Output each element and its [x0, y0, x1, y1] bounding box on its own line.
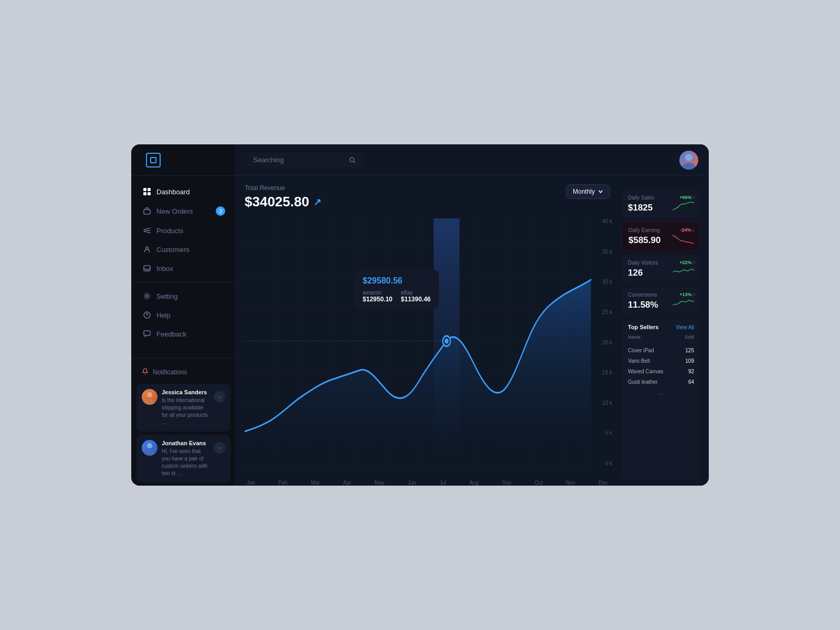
jonathan-arrow-icon[interactable]: › [214, 442, 225, 454]
bell-icon [142, 368, 149, 376]
seller-name-3: Waxed Canvas [628, 369, 663, 374]
daily-sales-badge-text: +66% [679, 195, 691, 200]
col-sold: Sold [685, 334, 694, 340]
jonathan-text: Hi, I've seen that you have a pair of cu… [162, 448, 209, 477]
y-label-40k: 40 k [602, 218, 612, 224]
sidebar-item-customers[interactable]: Customers [131, 240, 236, 259]
conversions-badge: +13% ↑ [679, 292, 695, 297]
sidebar-item-help[interactable]: Help [131, 306, 236, 324]
y-label-20k: 20 k [602, 340, 612, 345]
x-label-apr: Apr [343, 480, 351, 486]
logo-area [131, 144, 236, 176]
daily-visitors-badge: +22% ↑ [679, 260, 695, 265]
arrow-up-icon: ↑ [693, 195, 696, 200]
person-icon [143, 245, 151, 254]
chat-icon [143, 330, 151, 338]
y-axis-labels: 40 k 35 k 30 k 25 k 20 k 15 k 10 k 5 k 0… [602, 218, 612, 477]
question-icon [143, 311, 151, 319]
message-card-jonathan[interactable]: Jonathan Evans Hi, I've seen that you ha… [136, 435, 230, 482]
svg-point-11 [146, 295, 148, 297]
user-avatar[interactable] [679, 151, 698, 170]
revenue-chart-svg [245, 218, 610, 477]
seller-sold-3: 92 [688, 369, 694, 374]
dashboard-container: Dashboard New Orders 3 [131, 144, 709, 486]
grid-icon [143, 187, 151, 196]
notifications-header: Notifications [131, 364, 236, 381]
svg-rect-0 [143, 188, 146, 191]
seller-row-3: Waxed Canvas 92 [628, 366, 694, 377]
seller-name-1: Cover iPad [628, 348, 654, 353]
svg-point-13 [147, 317, 148, 317]
conversions-sparkline [672, 298, 695, 311]
nav-label-setting: Setting [156, 292, 177, 300]
sellers-more: ... [628, 390, 694, 396]
sidebar-item-dashboard[interactable]: Dashboard [131, 182, 236, 201]
period-label: Monthly [573, 188, 595, 195]
y-label-25k: 25 k [602, 309, 612, 315]
nav-label-products: Products [156, 227, 183, 235]
message-card-jessica[interactable]: Jessica Sanders Is the international shi… [136, 384, 230, 432]
x-label-mar: Mar [311, 480, 320, 486]
chart-label: Total Revenue [245, 184, 321, 192]
chart-area: Total Revenue $34025.80 ↗ Monthly [245, 184, 610, 486]
notifications-label: Notifications [153, 369, 187, 376]
col-name: Name [628, 334, 640, 340]
bag-icon [143, 207, 151, 215]
nav-divider [131, 282, 236, 282]
right-panel: Daily Sales $1825 +66% ↑ Daily Earning [616, 184, 700, 486]
jessica-name: Jessica Sanders [162, 389, 209, 395]
daily-earning-badge: -24% ↓ [680, 227, 695, 233]
svg-line-21 [354, 161, 355, 163]
daily-sales-sparkline [672, 201, 695, 214]
chart-title-area: Total Revenue $34025.80 ↗ [245, 184, 321, 210]
top-sellers-card: Top Sellers View All Name Sold Cover iPa… [622, 319, 700, 480]
svg-point-5 [144, 229, 147, 232]
svg-point-17 [145, 399, 154, 405]
jonathan-name: Jonathan Evans [162, 440, 209, 446]
seller-sold-1: 125 [685, 348, 694, 353]
daily-sales-badge: +66% ↑ [679, 195, 695, 200]
new-orders-badge: 3 [216, 206, 225, 216]
search-input[interactable] [253, 156, 345, 164]
chart-value: $34025.80 ↗ [245, 194, 321, 210]
y-label-5k: 5 k [602, 430, 612, 436]
nav-label-customers: Customers [156, 246, 190, 254]
sidebar-item-products[interactable]: Products [131, 221, 236, 240]
content-row: Total Revenue $34025.80 ↗ Monthly [236, 176, 709, 486]
period-selector[interactable]: Monthly [566, 184, 610, 199]
sidebar-item-new-orders[interactable]: New Orders 3 [131, 201, 236, 221]
sidebar-item-feedback[interactable]: Feedback [131, 324, 236, 343]
jessica-arrow-icon[interactable]: › [214, 391, 225, 403]
nav-label-inbox: Inbox [156, 265, 173, 272]
svg-point-23 [682, 163, 696, 170]
jessica-text: Is the international shipping available … [162, 397, 209, 426]
daily-earning-sparkline [671, 233, 695, 247]
seller-sold-4: 64 [688, 379, 694, 385]
arrow-down-icon: ↓ [692, 227, 695, 233]
view-all-button[interactable]: View All [676, 324, 694, 330]
logo-icon [146, 153, 161, 167]
y-label-30k: 30 k [602, 279, 612, 285]
search-icon [349, 156, 356, 164]
x-label-nov: Nov [566, 480, 575, 486]
sellers-header: Top Sellers View All [628, 324, 694, 330]
sidebar-item-setting[interactable]: Setting [131, 287, 236, 306]
x-label-aug: Aug [469, 480, 479, 486]
nav-label-feedback: Feedback [156, 330, 186, 338]
stat-card-conversions: Conversions 11.58% +13% ↑ [622, 287, 700, 316]
jessica-avatar [142, 389, 158, 405]
nav-section: Dashboard New Orders 3 [131, 176, 236, 358]
gear-icon [143, 292, 151, 300]
y-label-10k: 10 k [602, 400, 612, 406]
x-label-may: May [374, 480, 384, 486]
search-box[interactable] [247, 152, 362, 167]
y-label-35k: 35 k [602, 249, 612, 255]
seller-row-1: Cover iPad 125 [628, 345, 694, 356]
chart-value-text: $34025.80 [245, 194, 309, 210]
svg-point-22 [685, 154, 692, 161]
sidebar-item-inbox[interactable]: Inbox [131, 259, 236, 278]
chart-header: Total Revenue $34025.80 ↗ Monthly [245, 184, 610, 210]
stat-card-daily-sales: Daily Sales $1825 +66% ↑ [622, 190, 700, 218]
x-label-jul: Jul [439, 480, 446, 486]
chevron-down-icon [598, 189, 603, 194]
